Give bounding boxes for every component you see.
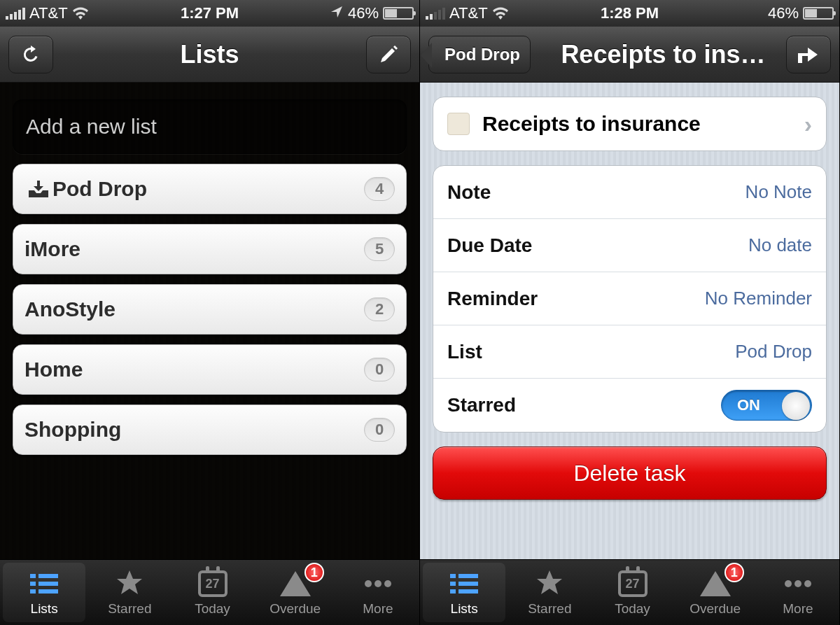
note-value: No Note [746,181,812,203]
svg-point-15 [785,580,792,587]
refresh-button[interactable] [8,36,53,73]
note-cell[interactable]: Note No Note [433,166,826,219]
starred-toggle[interactable]: ON [721,390,812,421]
badge: 1 [724,563,744,582]
svg-rect-5 [38,589,58,594]
list-row[interactable]: AnoStyle2 [13,284,407,335]
nav-bar: Pod Drop Receipts to ins… [420,27,839,83]
tab-today-icon: 27 [198,568,227,599]
svg-rect-4 [30,589,36,594]
tab-today[interactable]: 27Today [591,560,673,625]
tab-more[interactable]: More [757,560,839,625]
nav-bar: Lists [0,27,419,83]
tab-more[interactable]: More [337,560,419,625]
battery-icon [383,7,414,20]
list-name: iMore [24,237,364,261]
tab-label: Lists [451,601,478,617]
svg-rect-1 [38,574,58,578]
back-button[interactable]: Pod Drop [428,36,531,73]
add-list-placeholder: Add a new list [26,115,157,139]
list-cell[interactable]: List Pod Drop [433,325,826,379]
tab-more-icon [783,568,813,599]
status-bar: AT&T 1:28 PM 46% [420,0,839,27]
svg-rect-13 [450,589,456,594]
svg-point-7 [374,580,382,587]
tab-label: Starred [108,601,151,617]
list-count: 2 [364,297,395,321]
signal-icon [426,7,445,20]
nav-title: Lists [180,40,239,69]
list-count: 5 [364,237,395,261]
battery-icon [803,7,834,20]
status-bar: AT&T 1:27 PM 46% [0,0,419,27]
list-name: Shopping [24,418,364,442]
tab-label: More [363,601,393,617]
svg-rect-9 [450,574,456,578]
delete-task-button[interactable]: Delete task [433,447,827,500]
tab-today[interactable]: 27Today [171,560,253,625]
toggle-knob [782,392,810,420]
tab-lists-icon [449,568,479,599]
screen-lists: AT&T 1:27 PM 46% Lists Add a new list Po… [0,0,420,625]
toggle-on-label: ON [737,396,760,414]
tab-starred[interactable]: Starred [508,560,591,625]
svg-rect-2 [30,582,36,586]
task-title-group: Receipts to insurance › [433,97,827,151]
tab-bar: ListsStarred27TodayOverdue1More [420,559,839,625]
svg-rect-11 [450,582,456,586]
task-content: Receipts to insurance › Note No Note Due… [420,83,839,559]
due-date-label: Due Date [447,234,748,257]
reminder-label: Reminder [447,288,705,310]
list-row[interactable]: Home0 [13,344,407,395]
tab-starred-icon [114,568,145,599]
carrier-label: AT&T [449,4,488,22]
list-name: AnoStyle [24,297,364,321]
wifi-icon [72,7,89,20]
list-value: Pod Drop [735,341,812,363]
list-label: List [447,341,735,363]
add-list-input[interactable]: Add a new list [13,99,407,154]
svg-point-16 [794,580,802,587]
list-count: 0 [364,358,395,381]
edit-button[interactable] [366,36,411,73]
screen-task-detail: AT&T 1:28 PM 46% Pod Drop Receipts to in… [420,0,840,625]
wifi-icon [492,7,509,20]
due-date-cell[interactable]: Due Date No date [433,219,826,272]
calendar-icon: 27 [198,570,227,597]
list-count: 0 [364,418,395,442]
tab-overdue[interactable]: Overdue1 [254,560,337,625]
task-title-label: Receipts to insurance [482,112,797,136]
svg-rect-3 [38,582,58,586]
reminder-cell[interactable]: Reminder No Reminder [433,272,826,325]
task-checkbox[interactable] [447,113,470,135]
list-row[interactable]: Shopping0 [13,405,407,455]
list-name: Pod Drop [52,177,364,201]
starred-label: Starred [447,394,721,416]
lists-content: Add a new list Pod Drop4iMore5AnoStyle2H… [0,83,419,559]
inbox-icon [24,179,52,199]
tab-label: Today [195,601,230,617]
tab-overdue[interactable]: Overdue1 [674,560,757,625]
carrier-label: AT&T [29,4,68,22]
list-row[interactable]: Pod Drop4 [13,164,407,214]
svg-point-8 [384,580,391,587]
delete-task-label: Delete task [573,461,685,486]
share-button[interactable] [786,36,831,73]
tab-label: More [783,601,813,617]
svg-rect-0 [30,574,36,578]
tab-lists[interactable]: Lists [3,563,85,622]
tab-starred[interactable]: Starred [88,560,171,625]
battery-percent: 46% [348,4,379,22]
tab-today-icon: 27 [618,568,648,599]
list-row[interactable]: iMore5 [13,224,407,274]
svg-rect-12 [458,582,478,586]
tab-more-icon [363,568,393,599]
svg-point-17 [804,580,811,587]
svg-rect-10 [458,574,478,578]
chevron-right-icon: › [804,111,812,138]
tab-lists[interactable]: Lists [423,563,505,622]
tab-label: Overdue [690,601,741,617]
tab-label: Starred [528,601,571,617]
task-fields-group: Note No Note Due Date No date Reminder N… [433,165,827,433]
task-title-cell[interactable]: Receipts to insurance › [433,97,826,150]
